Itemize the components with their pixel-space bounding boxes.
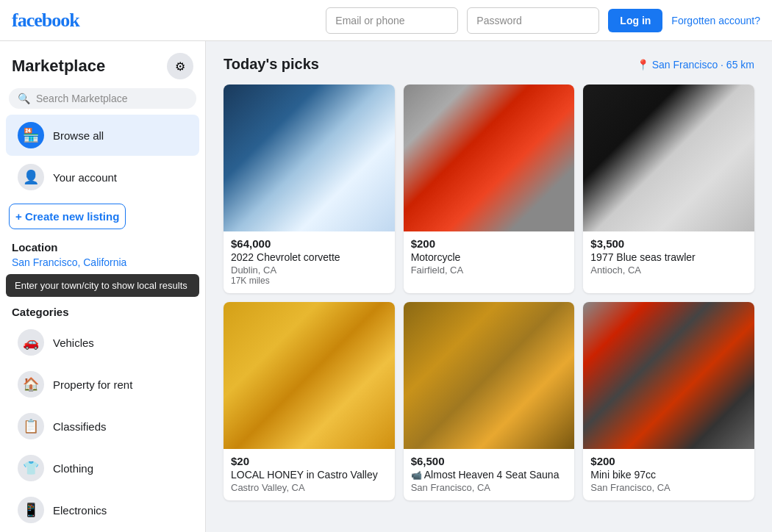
- location-pin-icon: 📍: [637, 59, 649, 71]
- categories-list: 🚗 Vehicles 🏠 Property for rent 📋 Classif…: [0, 322, 205, 532]
- listing-image: [404, 85, 575, 231]
- account-icon: 👤: [18, 164, 44, 190]
- listing-price: $3,500: [590, 237, 747, 250]
- listing-info: $20 LOCAL HONEY in Castro Valley Castro …: [224, 449, 395, 500]
- header: facebook Log in Forgotten account?: [0, 0, 772, 41]
- listing-card[interactable]: $3,500 1977 Blue seas trawler Antioch, C…: [583, 85, 754, 293]
- sidebar-item-clothing[interactable]: 👕 Clothing: [6, 447, 199, 489]
- listing-info: $64,000 2022 Chevrolet corvette Dublin, …: [224, 231, 395, 293]
- layout: Marketplace ⚙ 🔍 🏪 Browse all 👤 Your acco…: [0, 41, 772, 532]
- categories-label: Categories: [0, 300, 205, 321]
- listing-price: $20: [231, 455, 387, 467]
- sidebar-label-classifieds: Classifieds: [53, 420, 107, 433]
- sidebar-label-property: Property for rent: [53, 378, 132, 391]
- listing-image: [224, 85, 395, 231]
- listing-location: San Francisco, CA: [411, 482, 568, 493]
- facebook-logo: facebook: [12, 10, 79, 32]
- location-badge[interactable]: 📍 San Francisco · 65 km: [637, 59, 754, 71]
- listing-miles: 17K miles: [231, 276, 387, 286]
- listing-location: Fairfield, CA: [411, 265, 568, 276]
- listing-image: [583, 85, 754, 231]
- settings-gear-button[interactable]: ⚙: [167, 53, 193, 79]
- sidebar-label-clothing: Clothing: [53, 462, 93, 475]
- sidebar-item-your-account[interactable]: 👤 Your account: [6, 157, 199, 198]
- listing-image: [404, 302, 575, 449]
- classifieds-icon: 📋: [18, 413, 44, 439]
- listing-title: Mini bike 97cc: [590, 469, 747, 481]
- your-account-label: Your account: [53, 171, 117, 184]
- listing-card[interactable]: $20 LOCAL HONEY in Castro Valley Castro …: [224, 302, 395, 500]
- listing-info: $200 Motorcycle Fairfield, CA: [404, 231, 575, 283]
- sidebar-item-electronics[interactable]: 📱 Electronics: [6, 489, 199, 531]
- listing-price: $6,500: [411, 455, 568, 467]
- section-header: Today's picks 📍 San Francisco · 65 km: [224, 56, 754, 73]
- listing-image: [224, 302, 395, 449]
- listing-card[interactable]: $64,000 2022 Chevrolet corvette Dublin, …: [224, 85, 395, 293]
- listing-price: $64,000: [231, 237, 387, 250]
- listing-location: San Francisco, CA: [590, 482, 747, 493]
- marketplace-title: Marketplace: [12, 57, 105, 76]
- listing-price: $200: [590, 455, 747, 467]
- listing-card[interactable]: $6,500 📹 Almost Heaven 4 Seat Sauna San …: [404, 302, 575, 500]
- listing-info: $200 Mini bike 97cc San Francisco, CA: [583, 449, 754, 500]
- browse-all-label: Browse all: [53, 129, 104, 142]
- property-icon: 🏠: [18, 371, 44, 398]
- create-listing-button[interactable]: + Create new listing: [9, 204, 126, 229]
- listing-price: $200: [411, 237, 568, 250]
- sidebar-item-browse-all[interactable]: 🏪 Browse all: [6, 115, 199, 156]
- location-section: Location San Francisco, California: [0, 235, 205, 271]
- location-badge-text: San Francisco · 65 km: [652, 59, 754, 71]
- listing-title: Motorcycle: [411, 251, 568, 263]
- sidebar: Marketplace ⚙ 🔍 🏪 Browse all 👤 Your acco…: [0, 41, 206, 532]
- listing-image: [583, 302, 754, 449]
- location-tooltip: Enter your town/city to show local resul…: [6, 274, 199, 297]
- sidebar-item-vehicles[interactable]: 🚗 Vehicles: [6, 322, 199, 363]
- listing-info: $6,500 📹 Almost Heaven 4 Seat Sauna San …: [404, 449, 575, 500]
- clothing-icon: 👕: [18, 455, 44, 481]
- listing-title: LOCAL HONEY in Castro Valley: [231, 469, 387, 481]
- sidebar-item-property[interactable]: 🏠 Property for rent: [6, 364, 199, 405]
- sidebar-label-electronics: Electronics: [53, 504, 107, 517]
- forgotten-account-link[interactable]: Forgotten account?: [671, 15, 760, 26]
- electronics-icon: 📱: [18, 497, 44, 523]
- location-label: Location: [12, 241, 193, 254]
- vehicles-icon: 🚗: [18, 329, 44, 356]
- search-marketplace-input[interactable]: [36, 93, 187, 104]
- section-title: Today's picks: [224, 56, 319, 73]
- sidebar-label-vehicles: Vehicles: [53, 337, 94, 349]
- listing-card[interactable]: $200 Mini bike 97cc San Francisco, CA: [583, 302, 754, 500]
- listing-title: 📹 Almost Heaven 4 Seat Sauna: [411, 469, 568, 481]
- listing-title: 2022 Chevrolet corvette: [231, 251, 387, 263]
- search-icon: 🔍: [18, 93, 30, 104]
- listing-title: 1977 Blue seas trawler: [590, 251, 747, 263]
- sidebar-item-classifieds[interactable]: 📋 Classifieds: [6, 406, 199, 447]
- listing-info: $3,500 1977 Blue seas trawler Antioch, C…: [583, 231, 754, 283]
- location-value[interactable]: San Francisco, California: [12, 256, 193, 268]
- password-input[interactable]: [467, 7, 599, 34]
- listing-location: Castro Valley, CA: [231, 482, 387, 493]
- listing-card[interactable]: $200 Motorcycle Fairfield, CA: [404, 85, 575, 293]
- listing-location: Antioch, CA: [590, 265, 747, 276]
- browse-all-icon: 🏪: [18, 122, 44, 148]
- search-box[interactable]: 🔍: [9, 88, 196, 109]
- email-phone-input[interactable]: [326, 7, 458, 34]
- listing-location: Dublin, CA: [231, 265, 387, 276]
- main-content: Today's picks 📍 San Francisco · 65 km $6…: [206, 41, 772, 532]
- listings-grid: $64,000 2022 Chevrolet corvette Dublin, …: [224, 85, 754, 500]
- sidebar-header: Marketplace ⚙: [0, 50, 205, 85]
- login-button[interactable]: Log in: [608, 9, 662, 32]
- video-icon: 📹: [411, 470, 422, 481]
